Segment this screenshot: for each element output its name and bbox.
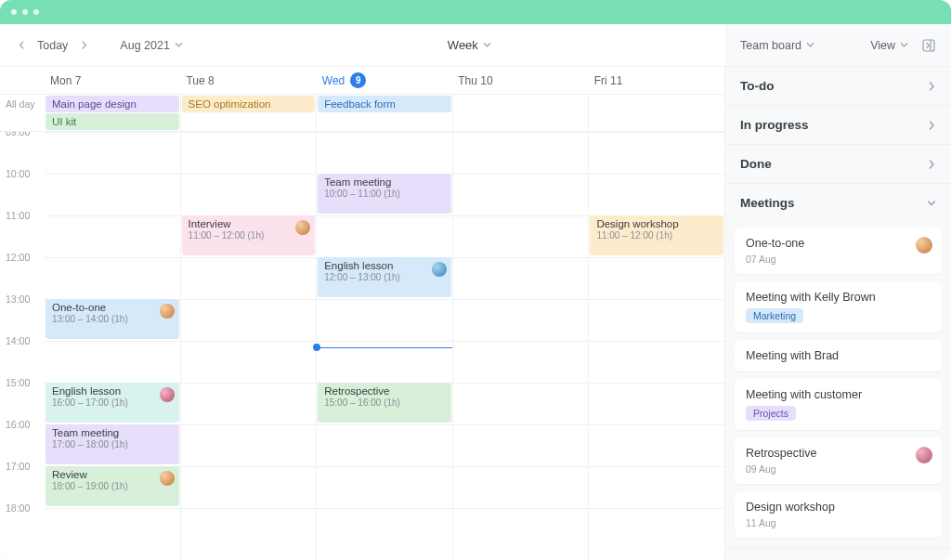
window-titlebar bbox=[0, 0, 951, 24]
section-header[interactable]: Meetings bbox=[725, 184, 951, 222]
allday-event[interactable]: Main page design bbox=[46, 96, 179, 112]
day-column[interactable]: Team meeting10:00 – 11:00 (1h)English le… bbox=[316, 132, 452, 560]
calendar-event[interactable]: English lesson12:00 – 13:00 (1h) bbox=[318, 257, 451, 297]
day-label: Mon 7 bbox=[50, 74, 81, 87]
section-header[interactable]: To-do bbox=[725, 67, 951, 105]
allday-event[interactable]: Feedback form bbox=[318, 96, 451, 112]
month-label: Aug 2021 bbox=[120, 39, 170, 52]
calendar-grid[interactable]: 09:0010:0011:0012:0013:0014:0015:0016:00… bbox=[0, 132, 724, 560]
calendar-event[interactable]: Design workshop11:00 – 12:00 (1h) bbox=[590, 215, 723, 255]
meeting-card[interactable]: One-to-one07 Aug bbox=[735, 228, 942, 274]
allday-columns: Main page designUI kitSEO optimizationFe… bbox=[45, 95, 724, 131]
hour-label: 15:00 bbox=[0, 377, 45, 419]
event-title: Team meeting bbox=[52, 427, 173, 438]
allday-column[interactable]: SEO optimization bbox=[180, 95, 317, 131]
chevron-right-icon bbox=[927, 160, 936, 169]
panel-collapse-icon bbox=[921, 38, 936, 53]
allday-event[interactable]: UI kit bbox=[46, 113, 179, 130]
time-gutter: 09:0010:0011:0012:0013:0014:0015:0016:00… bbox=[0, 132, 45, 550]
side-view-picker[interactable]: View bbox=[870, 39, 908, 52]
now-indicator bbox=[317, 347, 452, 348]
avatar bbox=[916, 237, 932, 254]
period-label: Week bbox=[448, 38, 478, 52]
day-header[interactable]: Mon 7 bbox=[45, 74, 180, 87]
card-title: Design workshop bbox=[746, 501, 931, 514]
event-title: Interview bbox=[189, 218, 309, 229]
card-title: Meeting with Kelly Brown bbox=[746, 291, 931, 304]
avatar bbox=[432, 262, 447, 277]
chevron-right-icon bbox=[927, 82, 936, 91]
day-column[interactable] bbox=[452, 132, 589, 560]
card-date: 07 Aug bbox=[746, 254, 931, 265]
calendar-event[interactable]: Retrospective15:00 – 16:00 (1h) bbox=[318, 383, 451, 423]
prev-button[interactable] bbox=[13, 37, 30, 54]
hour-label: 13:00 bbox=[0, 293, 45, 335]
day-header[interactable]: Fri 11 bbox=[589, 74, 724, 87]
today-button[interactable]: Today bbox=[37, 39, 68, 52]
allday-column[interactable]: Feedback form bbox=[316, 95, 452, 131]
chevron-down-icon bbox=[483, 41, 491, 49]
calendar-event[interactable]: Team meeting17:00 – 18:00 (1h) bbox=[46, 424, 179, 464]
card-title: Meeting with customer bbox=[746, 388, 931, 401]
event-title: Design workshop bbox=[596, 218, 717, 229]
chevron-down-icon bbox=[806, 41, 814, 49]
day-column[interactable]: Design workshop11:00 – 12:00 (1h) bbox=[588, 132, 724, 560]
avatar bbox=[160, 304, 175, 319]
chevron-right-icon bbox=[927, 121, 936, 130]
chevron-down-icon bbox=[175, 41, 183, 49]
side-pane: Team board View To-doIn progressDoneMeet… bbox=[724, 67, 951, 560]
allday-column[interactable] bbox=[452, 95, 589, 131]
calendar-event[interactable]: Review18:00 – 19:00 (1h) bbox=[46, 466, 179, 506]
allday-column[interactable] bbox=[588, 95, 724, 131]
meeting-card[interactable]: Meeting with customerProjects bbox=[735, 379, 942, 430]
meeting-card[interactable]: Design workshop11 Aug bbox=[735, 491, 942, 538]
app-window: Today Aug 2021 Week All cards F bbox=[0, 0, 951, 560]
period-picker[interactable]: Week bbox=[448, 38, 491, 52]
section-header[interactable]: In progress bbox=[725, 106, 951, 144]
calendar-event[interactable]: English lesson16:00 – 17:00 (1h) bbox=[46, 383, 179, 423]
meeting-card[interactable]: Meeting with Brad bbox=[735, 340, 942, 371]
hour-label: 18:00 bbox=[0, 502, 45, 544]
window-dot bbox=[33, 9, 39, 15]
event-title: Team meeting bbox=[324, 176, 445, 188]
event-time: 11:00 – 12:00 (1h) bbox=[189, 230, 309, 241]
hour-label: 17:00 bbox=[0, 461, 45, 502]
side-view-label: View bbox=[870, 39, 895, 52]
allday-column[interactable]: Main page designUI kit bbox=[45, 95, 180, 131]
day-header[interactable]: Tue 8 bbox=[180, 74, 316, 87]
main-area: Mon 7Tue 8Wed9Thu 10Fri 11 All day Main … bbox=[0, 67, 951, 560]
section-title: To-do bbox=[740, 79, 774, 93]
day-header[interactable]: Thu 10 bbox=[452, 74, 588, 87]
board-label: Team board bbox=[740, 39, 801, 52]
event-title: English lesson bbox=[52, 385, 173, 397]
allday-event[interactable]: SEO optimization bbox=[182, 96, 316, 112]
collapse-panel-button[interactable] bbox=[921, 38, 936, 53]
day-column[interactable]: Interview11:00 – 12:00 (1h) bbox=[180, 132, 317, 560]
event-time: 18:00 – 19:00 (1h) bbox=[52, 481, 173, 491]
event-time: 11:00 – 12:00 (1h) bbox=[596, 230, 717, 241]
day-header[interactable]: Wed9 bbox=[317, 72, 452, 88]
event-title: One-to-one bbox=[52, 302, 173, 313]
next-button[interactable] bbox=[75, 37, 92, 54]
event-time: 15:00 – 16:00 (1h) bbox=[324, 397, 445, 408]
hour-label: 10:00 bbox=[0, 168, 45, 210]
day-label: Wed bbox=[322, 74, 345, 87]
section-title: Done bbox=[740, 157, 772, 171]
calendar-event[interactable]: Interview11:00 – 12:00 (1h) bbox=[182, 215, 316, 255]
board-picker[interactable]: Team board bbox=[740, 39, 814, 52]
event-time: 13:00 – 14:00 (1h) bbox=[52, 314, 173, 324]
day-label: Tue 8 bbox=[186, 74, 214, 87]
day-column[interactable]: One-to-one13:00 – 14:00 (1h)English less… bbox=[45, 132, 180, 560]
section-header[interactable]: Done bbox=[725, 145, 951, 183]
avatar bbox=[916, 447, 932, 463]
card-title: Meeting with Brad bbox=[746, 349, 931, 362]
chevron-down-icon bbox=[900, 41, 908, 49]
calendar-event[interactable]: One-to-one13:00 – 14:00 (1h) bbox=[46, 299, 179, 339]
meeting-card[interactable]: Meeting with Kelly BrownMarketing bbox=[735, 281, 942, 332]
hour-label: 11:00 bbox=[0, 210, 45, 252]
calendar-event[interactable]: Team meeting10:00 – 11:00 (1h) bbox=[318, 174, 451, 214]
meetings-list: One-to-one07 AugMeeting with Kelly Brown… bbox=[725, 222, 951, 547]
meeting-card[interactable]: Retrospective09 Aug bbox=[735, 437, 942, 484]
toolbar-left: Today Aug 2021 bbox=[0, 37, 196, 54]
month-picker[interactable]: Aug 2021 bbox=[120, 39, 183, 52]
